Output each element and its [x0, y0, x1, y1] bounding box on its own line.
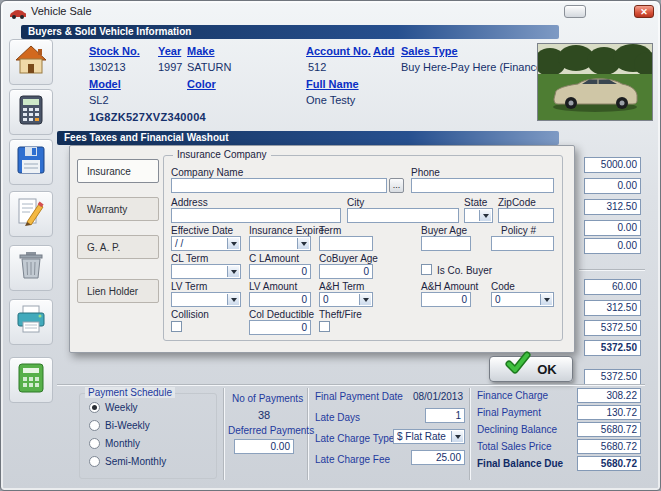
chevron-down-icon[interactable] [540, 294, 552, 305]
amount-field[interactable]: 0.00 [584, 220, 641, 236]
color-label[interactable]: Color [187, 78, 216, 90]
lv-term-combo[interactable] [171, 292, 241, 307]
radio-semi-monthly-label[interactable]: Semi-Monthly [105, 456, 166, 467]
amount-field[interactable]: 312.50 [584, 199, 641, 215]
amount-field[interactable]: 312.50 [584, 300, 641, 316]
address-label: Address [171, 197, 208, 208]
zipcode-input[interactable] [498, 208, 554, 223]
cobuyer-age-input[interactable]: 0 [319, 264, 373, 279]
sidebar-item-ledger[interactable] [9, 357, 53, 403]
sidebar-item-edit[interactable] [9, 191, 53, 237]
amount-field[interactable]: 60.00 [584, 279, 641, 295]
declining-balance-value: 5680.72 [577, 422, 641, 437]
company-name-input[interactable] [171, 178, 387, 193]
theft-fire-checkbox[interactable] [319, 321, 330, 332]
trash-icon [14, 249, 48, 287]
lv-amount-label: LV Amount [249, 281, 297, 292]
ah-amount-input[interactable]: 0 [421, 292, 471, 307]
effective-date-combo[interactable]: / / [171, 236, 241, 251]
final-payment-value: 130.72 [577, 405, 641, 420]
chevron-down-icon[interactable] [227, 238, 239, 249]
late-charge-type-combo[interactable]: $ Flat Rate [393, 429, 465, 444]
city-label: City [347, 197, 364, 208]
late-days-input[interactable]: 1 [425, 408, 465, 423]
ok-button-label: OK [537, 362, 557, 377]
radio-bi-weekly-label[interactable]: Bi-Weekly [105, 420, 150, 431]
add-link[interactable]: Add [373, 45, 394, 57]
sidebar-item-print[interactable] [9, 299, 53, 345]
amount-field[interactable]: 5372.50 [584, 320, 641, 336]
amount-field[interactable]: 0.00 [584, 178, 641, 194]
late-charge-type-label: Late Charge Type [315, 433, 394, 444]
lv-amount-input[interactable]: 0 [249, 292, 311, 307]
buyer-age-label: Buyer Age [421, 225, 467, 236]
stock-no-label[interactable]: Stock No. [89, 45, 140, 57]
late-charge-fee-input[interactable]: 25.00 [411, 450, 465, 465]
collision-checkbox[interactable] [171, 321, 182, 332]
radio-bi-weekly[interactable] [89, 420, 100, 431]
chevron-down-icon[interactable] [359, 294, 371, 305]
chevron-down-icon[interactable] [227, 266, 239, 277]
code-combo[interactable]: 0 [491, 292, 554, 307]
year-label[interactable]: Year [158, 45, 181, 57]
account-no-value: 512 [308, 61, 326, 73]
account-no-label[interactable]: Account No. [306, 45, 371, 57]
make-value: SATURN [187, 61, 231, 73]
zipcode-label: ZipCode [498, 197, 536, 208]
deferred-payments-input[interactable]: 0.00 [234, 439, 294, 454]
cl-term-label: CL Term [171, 253, 208, 264]
address-input[interactable] [171, 208, 341, 223]
app-car-icon [9, 6, 27, 18]
radio-monthly[interactable] [89, 438, 100, 449]
is-co-buyer-label: Is Co. Buyer [437, 265, 492, 276]
city-input[interactable] [347, 208, 459, 223]
tab-insurance[interactable]: Insurance [77, 159, 159, 183]
is-co-buyer-checkbox[interactable] [421, 264, 432, 275]
year-value: 1997 [158, 61, 182, 73]
col-deductible-input[interactable]: 0 [249, 320, 311, 335]
sidebar-item-calculator[interactable] [9, 89, 53, 135]
close-button[interactable]: ✕ [634, 5, 654, 18]
tab-warranty[interactable]: Warranty [77, 197, 159, 221]
company-name-label: Company Name [171, 167, 243, 178]
code-label: Code [491, 281, 515, 292]
tab-lien-holder[interactable]: Lien Holder [77, 279, 159, 303]
radio-weekly[interactable] [89, 402, 100, 413]
final-balance-due-label: Final Balance Due [477, 458, 563, 469]
stock-no-value: 130213 [89, 61, 126, 73]
sales-type-label[interactable]: Sales Type [401, 45, 458, 57]
chevron-down-icon[interactable] [451, 431, 463, 442]
make-label[interactable]: Make [187, 45, 215, 57]
sidebar-item-save[interactable] [9, 139, 53, 185]
radio-weekly-label[interactable]: Weekly [105, 402, 138, 413]
sidebar-item-home[interactable] [9, 39, 53, 85]
window-control-button[interactable] [564, 5, 586, 18]
ah-term-combo[interactable]: 0 [319, 292, 373, 307]
no-of-payments-value: 38 [229, 409, 299, 421]
chevron-down-icon[interactable] [227, 294, 239, 305]
company-lookup-button[interactable]: ... [389, 178, 404, 193]
radio-monthly-label[interactable]: Monthly [105, 438, 140, 449]
policy-no-input[interactable] [491, 236, 554, 251]
payment-schedule-title: Payment Schedule [85, 387, 175, 398]
sidebar-item-delete[interactable] [9, 245, 53, 291]
term-input[interactable] [319, 236, 373, 251]
full-name-label[interactable]: Full Name [306, 78, 359, 90]
chevron-down-icon[interactable] [297, 238, 309, 249]
ok-button[interactable]: OK [489, 356, 573, 382]
amount-field[interactable]: 0.00 [584, 238, 641, 254]
insurance-expire-label: Insurance Expire [249, 225, 324, 236]
insurance-expire-combo[interactable] [249, 236, 311, 251]
buyer-age-input[interactable] [421, 236, 471, 251]
final-payment-date-label: Final Payment Date [315, 391, 403, 402]
chevron-down-icon[interactable] [479, 210, 491, 221]
cl-amount-label: C LAmount [249, 253, 299, 264]
radio-semi-monthly[interactable] [89, 456, 100, 467]
amount-field[interactable]: 5000.00 [584, 157, 641, 173]
state-combo[interactable] [464, 208, 493, 223]
phone-input[interactable] [411, 178, 554, 193]
model-label[interactable]: Model [89, 78, 121, 90]
cl-amount-input[interactable]: 0 [249, 264, 311, 279]
tab-gap[interactable]: G. A. P. [77, 235, 159, 259]
cl-term-combo[interactable] [171, 264, 241, 279]
